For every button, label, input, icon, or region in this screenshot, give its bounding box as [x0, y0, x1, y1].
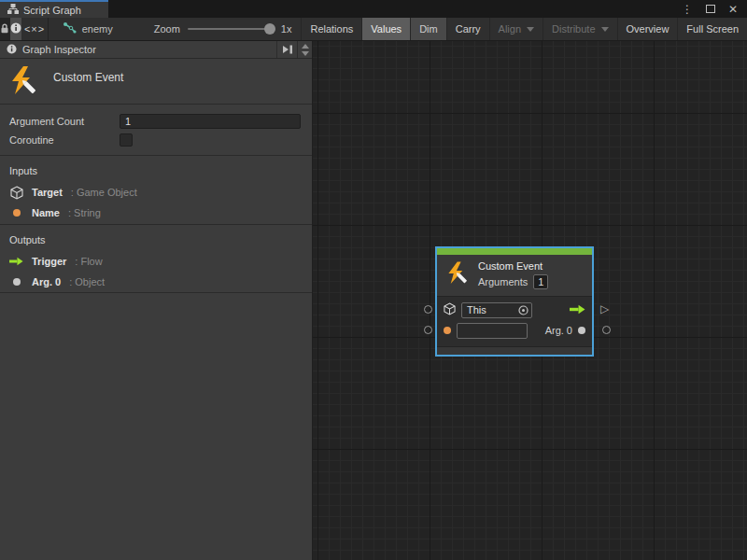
chevron-down-icon	[601, 27, 609, 32]
flow-out-arrow-icon[interactable]	[570, 304, 585, 316]
spinner-up-icon[interactable]	[302, 44, 309, 49]
zoom-slider-handle[interactable]	[264, 23, 275, 35]
argument-count-row: Argument Count	[9, 112, 301, 131]
node-left-port-2[interactable]	[424, 326, 432, 334]
outputs-header: Outputs	[9, 234, 303, 245]
graph-name-label: enemy	[82, 23, 113, 35]
port-type: : String	[68, 207, 101, 218]
tab-label: Script Graph	[23, 5, 81, 16]
graph-canvas[interactable]: Custom Event Arguments This	[313, 41, 747, 560]
panel-title: Graph Inspector	[22, 44, 96, 55]
port-name: Arg. 0	[32, 276, 61, 287]
overview-button[interactable]: Overview	[617, 18, 678, 40]
code-view-button[interactable]: <×>	[21, 18, 48, 40]
node-header[interactable]: Custom Event Arguments	[437, 255, 592, 296]
lock-button[interactable]	[0, 18, 10, 40]
align-dropdown: Align	[489, 18, 543, 40]
unit-properties-section: Argument Count Coroutine	[0, 105, 312, 156]
port-type: : Object	[69, 276, 105, 287]
target-object-value: This	[467, 304, 514, 315]
chevron-down-icon	[527, 27, 534, 32]
object-picker-icon	[518, 305, 529, 315]
value-dot-icon	[9, 209, 23, 217]
cube-icon	[444, 302, 456, 317]
align-label: Align	[499, 23, 521, 35]
dock-panel-button[interactable]	[276, 41, 297, 58]
node-arguments-row: Arguments	[478, 274, 548, 289]
zoom-value: 1x	[281, 23, 292, 35]
custom-event-node[interactable]: Custom Event Arguments This	[435, 246, 594, 357]
argument-count-input[interactable]	[120, 114, 301, 129]
tab-script-graph[interactable]: Script Graph	[0, 0, 108, 18]
maximize-icon[interactable]	[706, 5, 715, 13]
relations-button[interactable]: Relations	[301, 18, 361, 40]
node-right-flow-port[interactable]: ▷	[600, 303, 609, 315]
info-icon	[10, 22, 21, 35]
zoom-slider[interactable]	[188, 28, 274, 30]
node-footer	[437, 346, 592, 355]
graph-name-breadcrumb[interactable]: enemy	[49, 18, 130, 40]
flow-arrow-icon	[9, 257, 23, 266]
node-left-port-1[interactable]	[424, 305, 432, 314]
unit-header-section: Custom Event	[0, 59, 312, 105]
outputs-section: Outputs Trigger : Flow Arg. 0 : Object	[0, 225, 312, 293]
coroutine-row: Coroutine	[9, 131, 301, 149]
panel-spinners[interactable]	[297, 41, 312, 58]
target-object-field[interactable]: This	[461, 302, 532, 318]
unit-title: Custom Event	[53, 71, 123, 84]
info-icon	[7, 44, 17, 56]
zoom-control: Zoom 1x	[130, 18, 302, 40]
carry-button[interactable]: Carry	[446, 18, 489, 40]
graph-inspector-panel: Graph Inspector	[0, 41, 313, 560]
dim-button[interactable]: Dim	[410, 18, 446, 40]
custom-event-icon	[446, 260, 470, 289]
port-name: Name	[32, 207, 60, 218]
graph-inspector-header: Graph Inspector	[0, 41, 312, 59]
object-dot-icon	[9, 278, 23, 286]
arguments-count-input[interactable]	[533, 274, 548, 289]
node-row-arg0: Arg. 0	[437, 320, 592, 341]
lock-icon	[0, 23, 9, 35]
name-input-field[interactable]	[457, 323, 528, 339]
port-name: Trigger	[32, 256, 66, 267]
inputs-header: Inputs	[9, 165, 303, 176]
node-right-value-port[interactable]	[602, 326, 611, 334]
inspector-empty-area	[0, 293, 312, 560]
zoom-label: Zoom	[154, 23, 180, 35]
spinner-down-icon[interactable]	[302, 51, 309, 56]
carry-label: Carry	[456, 23, 481, 35]
values-label: Values	[371, 23, 402, 35]
arguments-label: Arguments	[478, 276, 528, 287]
fullscreen-label: Full Screen	[686, 23, 739, 35]
arg0-out-port-icon[interactable]	[578, 327, 585, 334]
input-port-target: Target : Game Object	[9, 186, 303, 199]
distribute-dropdown: Distribute	[543, 18, 616, 40]
toolbar: <×> enemy Zoom 1x Relations Values Dim C…	[0, 18, 747, 41]
port-name: Target	[32, 187, 63, 198]
node-title: Custom Event	[478, 260, 548, 272]
argument-count-label: Argument Count	[9, 116, 120, 127]
distribute-label: Distribute	[552, 23, 595, 35]
values-button[interactable]: Values	[361, 18, 410, 40]
inputs-section: Inputs Target : Game Object Name : Strin…	[0, 156, 312, 225]
dock-icon	[282, 45, 293, 54]
output-port-arg0: Arg. 0 : Object	[9, 275, 303, 288]
graph-icon	[63, 22, 77, 35]
input-port-name: Name : String	[9, 206, 303, 219]
close-icon[interactable]: ✕	[728, 3, 738, 16]
inspector-toggle-button[interactable]	[10, 18, 21, 40]
arg0-label: Arg. 0	[545, 325, 572, 336]
script-graph-icon	[7, 4, 19, 16]
relations-label: Relations	[310, 23, 353, 35]
toolbar-buttons: Relations Values Dim Carry Align Distrib…	[301, 18, 747, 40]
node-row-target: This	[437, 300, 592, 320]
coroutine-checkbox[interactable]	[120, 133, 133, 147]
fullscreen-button[interactable]: Full Screen	[677, 18, 747, 40]
code-icon: <×>	[24, 23, 45, 35]
titlebar: Script Graph ⋮ ✕	[0, 0, 747, 18]
output-port-trigger: Trigger : Flow	[9, 255, 303, 268]
value-in-port-icon[interactable]	[444, 327, 451, 334]
kebab-menu-icon[interactable]: ⋮	[682, 3, 693, 16]
window-controls: ⋮ ✕	[682, 0, 747, 18]
port-type: : Game Object	[71, 187, 137, 198]
